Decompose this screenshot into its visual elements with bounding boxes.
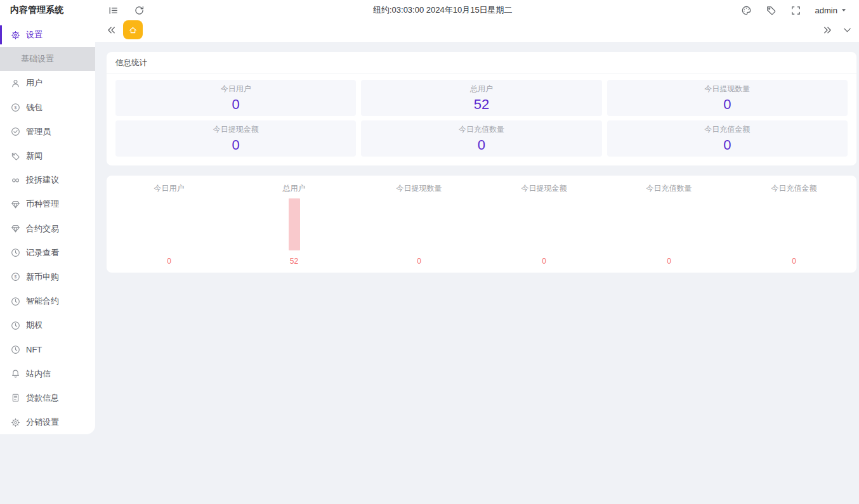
sidebar-item[interactable]: $新币申购: [0, 265, 95, 289]
sidebar-item-label: 用户: [26, 77, 43, 89]
stat-tile-label: 今日充值金额: [704, 124, 750, 135]
chart-bar-zone: [539, 195, 550, 250]
chart-bar-zone: [414, 195, 425, 250]
chart-column: 总用户52: [232, 176, 357, 273]
chart-bar-zone: [789, 195, 800, 250]
theme-palette-icon[interactable]: [741, 5, 752, 16]
chart-category-label: 今日充值金额: [771, 183, 817, 193]
stat-tile-value: 0: [723, 96, 731, 113]
main-content: 信息统计 今日用户0总用户52今日提现数量0今日提现金额0今日充值数量0今日充值…: [95, 42, 859, 504]
tabs-scroll-left-icon[interactable]: [106, 25, 117, 36]
chart-value-label: 52: [290, 257, 298, 266]
stat-tile: 今日充值金额0: [607, 120, 848, 157]
stat-tile-value: 52: [474, 96, 489, 113]
chart-value-label: 0: [167, 257, 171, 266]
fullscreen-icon[interactable]: [790, 5, 801, 16]
chart-value-label: 0: [417, 257, 421, 266]
sidebar-item[interactable]: NFT: [0, 337, 95, 361]
sidebar-item-label: 钱包: [26, 102, 43, 113]
sidebar-item[interactable]: 新闻: [0, 144, 95, 168]
app-title: 内容管理系统: [0, 4, 95, 16]
chart-column: 今日充值金额0: [731, 176, 856, 273]
sidebar-item[interactable]: 智能合约: [0, 289, 95, 313]
sidebar-item-label: 期权: [26, 320, 43, 331]
chart-column: 今日提现数量0: [357, 176, 482, 273]
chart-column: 今日用户0: [107, 176, 232, 273]
menu-fold-icon[interactable]: [108, 5, 119, 16]
chart-bar-zone: [164, 195, 175, 250]
sidebar-item[interactable]: 记录查看: [0, 241, 95, 265]
sidebar-item-label: 站内信: [26, 368, 51, 380]
caret-down-icon: [840, 6, 848, 14]
sidebar-item-label: 管理员: [26, 126, 51, 138]
stat-tile-label: 今日提现数量: [704, 84, 750, 94]
clock-icon: [11, 297, 20, 306]
user-dropdown[interactable]: admin: [815, 6, 848, 15]
sidebar-item[interactable]: $钱包: [0, 96, 95, 120]
sidebar-item[interactable]: 合约交易: [0, 217, 95, 241]
top-bar-row: 内容管理系统 纽约:03:03:00 2024年10月15日星期二 admin: [0, 0, 859, 20]
sidebar-item[interactable]: 期权: [0, 313, 95, 337]
gem-icon: [11, 200, 20, 209]
sidebar-item-label: 新币申购: [26, 271, 59, 283]
stat-tile: 今日用户0: [115, 80, 356, 116]
chart-bar-zone: [289, 195, 300, 250]
sidebar-item-label: 币种管理: [26, 198, 59, 210]
sidebar-item-label: 合约交易: [26, 223, 59, 235]
sidebar: 设置基础设置用户$钱包管理员新闻投拆建议币种管理合约交易记录查看$新币申购智能合…: [0, 22, 95, 434]
chart-category-label: 今日提现数量: [397, 183, 442, 193]
sidebar-item-label: 投拆建议: [26, 174, 59, 186]
sidebar-menu: 设置基础设置用户$钱包管理员新闻投拆建议币种管理合约交易记录查看$新币申购智能合…: [0, 22, 95, 434]
sidebar-item[interactable]: 站内信: [0, 362, 95, 386]
gear-icon: [11, 30, 20, 40]
chart-value-label: 0: [792, 257, 796, 266]
sidebar-item-label: NFT: [26, 345, 42, 354]
sidebar-item[interactable]: 贷款信息: [0, 386, 95, 410]
world-clock: 纽约:03:03:00 2024年10月15日星期二: [145, 4, 741, 16]
stat-tile-label: 今日充值数量: [459, 124, 504, 135]
svg-text:$: $: [15, 275, 17, 280]
sidebar-item[interactable]: 用户: [0, 71, 95, 95]
sidebar-item[interactable]: 币种管理: [0, 192, 95, 216]
stats-card-title: 信息统计: [107, 52, 856, 74]
sidebar-item-label: 贷款信息: [26, 392, 59, 404]
bell-icon: [11, 369, 20, 378]
dollar-circle-icon: $: [11, 272, 20, 281]
sidebar-item[interactable]: 设置: [0, 23, 95, 47]
sidebar-subitem[interactable]: 基础设置: [0, 47, 95, 71]
chart-bar-zone: [664, 195, 675, 250]
tag-icon[interactable]: [766, 5, 777, 16]
sidebar-item[interactable]: 分销设置: [0, 410, 95, 434]
sidebar-item-label: 分销设置: [26, 417, 59, 428]
chart-category-label: 今日提现金额: [521, 183, 567, 193]
sidebar-item-label: 智能合约: [26, 295, 59, 307]
check-circle-icon: [11, 127, 20, 136]
tag-icon: [11, 152, 20, 161]
clock-icon: [11, 321, 20, 330]
clock-icon: [11, 248, 20, 257]
chart-column: 今日充值数量0: [607, 176, 731, 273]
sidebar-item[interactable]: 管理员: [0, 120, 95, 144]
document-icon: [11, 393, 20, 403]
refresh-icon[interactable]: [134, 5, 145, 16]
gem-icon: [11, 224, 20, 233]
chart-bar: [289, 198, 300, 250]
stats-bar-chart: 今日用户0总用户52今日提现数量0今日提现金额0今日充值数量0今日充值金额0: [107, 176, 856, 273]
dollar-circle-icon: $: [11, 103, 20, 112]
sidebar-subitem-label: 基础设置: [21, 53, 54, 65]
clock-icon: [11, 345, 20, 354]
tab-home-button[interactable]: [123, 20, 143, 39]
stats-card: 信息统计 今日用户0总用户52今日提现数量0今日提现金额0今日充值数量0今日充值…: [107, 52, 856, 165]
chart-category-label: 今日充值数量: [646, 183, 692, 193]
top-bar: 内容管理系统 纽约:03:03:00 2024年10月15日星期二 admin: [0, 0, 859, 42]
gear-icon: [11, 418, 20, 427]
link-icon: [11, 176, 20, 185]
stat-tile: 今日充值数量0: [361, 120, 601, 157]
stat-tile: 今日提现数量0: [607, 80, 848, 116]
user-icon: [11, 79, 20, 88]
sidebar-item[interactable]: 投拆建议: [0, 168, 95, 192]
tabs-scroll-right-icon[interactable]: [822, 25, 833, 36]
tabs-menu-icon[interactable]: [842, 25, 853, 36]
chart-value-label: 0: [667, 257, 671, 266]
svg-text:$: $: [15, 105, 17, 110]
